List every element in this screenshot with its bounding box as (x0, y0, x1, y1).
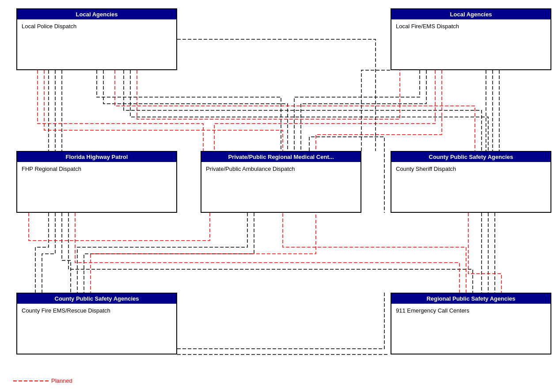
regional-911-node: Regional Public Safety Agencies 911 Emer… (391, 293, 551, 354)
legend: Planned (13, 377, 72, 384)
county-sheriff-body: County Sheriff Dispatch (391, 162, 550, 197)
planned-label: Planned (51, 377, 72, 384)
regional-911-body: 911 Emergency Call Centers (391, 304, 550, 339)
planned-legend: Planned (13, 377, 72, 384)
county-sheriff-node: County Public Safety Agencies County She… (391, 151, 551, 213)
local-fire-body: Local Fire/EMS Dispatch (391, 19, 550, 55)
fhp-header: Florida Highway Patrol (17, 152, 176, 162)
local-fire-header: Local Agencies (391, 9, 550, 19)
fhp-node: Florida Highway Patrol FHP Regional Disp… (16, 151, 177, 213)
county-fire-header: County Public Safety Agencies (17, 294, 176, 304)
county-fire-node: County Public Safety Agencies County Fir… (16, 293, 177, 354)
fhp-body: FHP Regional Dispatch (17, 162, 176, 197)
planned-line-icon (13, 378, 49, 384)
local-police-node: Local Agencies Local Police Dispatch (16, 8, 177, 70)
ambulance-node: Private/Public Regional Medical Cent... … (201, 151, 361, 213)
ambulance-body: Private/Public Ambulance Dispatch (201, 162, 361, 197)
county-fire-body: County Fire EMS/Rescue Dispatch (17, 304, 176, 339)
ambulance-header: Private/Public Regional Medical Cent... (201, 152, 361, 162)
county-sheriff-header: County Public Safety Agencies (391, 152, 550, 162)
local-police-body: Local Police Dispatch (17, 19, 176, 55)
diagram-container: Local Agencies Local Police Dispatch Loc… (0, 0, 558, 392)
local-fire-node: Local Agencies Local Fire/EMS Dispatch (391, 8, 551, 70)
local-police-header: Local Agencies (17, 9, 176, 19)
regional-911-header: Regional Public Safety Agencies (391, 294, 550, 304)
